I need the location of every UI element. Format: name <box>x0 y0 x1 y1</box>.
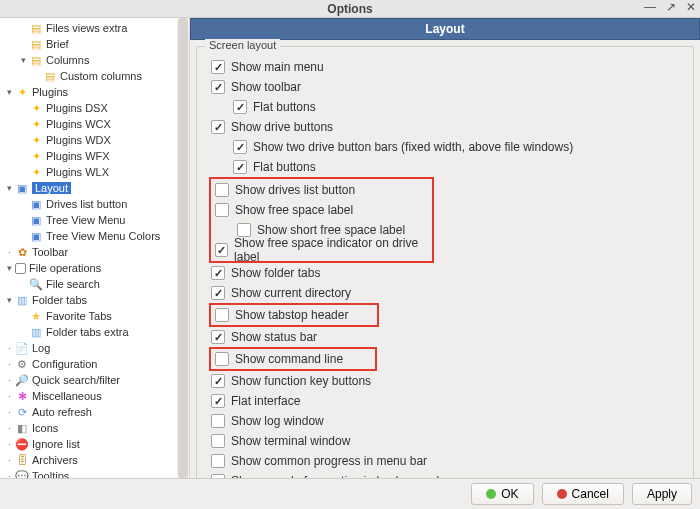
option-row: Show drives list button <box>213 180 430 200</box>
checkbox[interactable] <box>211 120 225 134</box>
tree-item-tree-view-menu[interactable]: ·▣Tree View Menu <box>0 212 189 228</box>
tree-item-plugins-wfx[interactable]: ·✦Plugins WFX <box>0 148 189 164</box>
option-label: Show status bar <box>231 330 317 344</box>
tree-bullet-icon[interactable]: · <box>4 391 15 401</box>
folder-icon: ▤ <box>43 69 57 83</box>
tree-bullet-icon[interactable]: · <box>4 423 15 433</box>
tree-bullet-icon[interactable]: · <box>4 455 15 465</box>
checkbox[interactable] <box>211 454 225 468</box>
checkbox[interactable] <box>215 352 229 366</box>
tree-item-layout[interactable]: ▾▣Layout <box>0 180 189 196</box>
tree-item-label: Log <box>32 342 50 354</box>
tree-item-label: Icons <box>32 422 58 434</box>
checkbox[interactable] <box>215 308 229 322</box>
ok-button[interactable]: OK <box>471 483 533 505</box>
tree-item-file-search[interactable]: ·🔍File search <box>0 276 189 292</box>
maximize-icon[interactable]: ↗ <box>666 0 676 14</box>
highlight-box: Show command line <box>209 347 377 371</box>
tree-item-miscellaneous[interactable]: ·✱Miscellaneous <box>0 388 189 404</box>
tree-item-files-views-extra[interactable]: ·▤Files views extra <box>0 20 189 36</box>
checkbox[interactable] <box>215 203 229 217</box>
folder-icon: ▤ <box>29 37 43 51</box>
tree-scrollbar[interactable] <box>177 18 189 478</box>
collapse-icon[interactable]: ▾ <box>4 263 15 273</box>
tree-item-plugins-dsx[interactable]: ·✦Plugins DSX <box>0 100 189 116</box>
checkbox[interactable] <box>211 80 225 94</box>
tree-item-favorite-tabs[interactable]: ·★Favorite Tabs <box>0 308 189 324</box>
tree-item-plugins[interactable]: ▾✦Plugins <box>0 84 189 100</box>
checkbox[interactable] <box>233 100 247 114</box>
option-label: Show drives list button <box>235 183 355 197</box>
tree-item-plugins-wdx[interactable]: ·✦Plugins WDX <box>0 132 189 148</box>
tree-item-tree-view-menu-colors[interactable]: ·▣Tree View Menu Colors <box>0 228 189 244</box>
tree-item-folder-tabs[interactable]: ▾▥Folder tabs <box>0 292 189 308</box>
option-row: Show two drive button bars (fixed width,… <box>203 137 687 157</box>
tooltip-icon: 💬 <box>15 469 29 478</box>
title-bar: Options — ↗ ✕ <box>0 0 700 18</box>
collapse-icon[interactable]: ▾ <box>18 55 29 65</box>
button-bar: OK Cancel Apply <box>0 478 700 509</box>
fileop-icon <box>15 263 26 274</box>
checkbox[interactable] <box>215 243 228 257</box>
tree-bullet-icon[interactable]: · <box>4 471 15 478</box>
checkbox[interactable] <box>211 374 225 388</box>
collapse-icon[interactable]: ▾ <box>4 87 15 97</box>
tree-item-brief[interactable]: ·▤Brief <box>0 36 189 52</box>
tree-item-configuration[interactable]: ·⚙Configuration <box>0 356 189 372</box>
collapse-icon[interactable]: ▾ <box>4 183 15 193</box>
cancel-button[interactable]: Cancel <box>542 483 624 505</box>
tree-item-plugins-wcx[interactable]: ·✦Plugins WCX <box>0 116 189 132</box>
tree-item-file-operations[interactable]: ▾File operations <box>0 260 189 276</box>
tree-item-label: Tooltips <box>32 470 69 478</box>
tree-item-icons[interactable]: ·◧Icons <box>0 420 189 436</box>
tree-item-ignore-list[interactable]: ·⛔Ignore list <box>0 436 189 452</box>
tree-bullet-icon[interactable]: · <box>4 375 15 385</box>
option-row: Flat interface <box>203 391 687 411</box>
checkbox[interactable] <box>211 434 225 448</box>
tree-item-auto-refresh[interactable]: ·⟳Auto refresh <box>0 404 189 420</box>
category-tree[interactable]: ·▤Files views extra·▤Brief▾▤Columns·▤Cus… <box>0 18 189 478</box>
tree-bullet-icon[interactable]: · <box>4 343 15 353</box>
minimize-icon[interactable]: — <box>644 0 656 14</box>
tree-bullet-icon[interactable]: · <box>4 407 15 417</box>
collapse-icon[interactable]: ▾ <box>4 295 15 305</box>
tree-item-plugins-wlx[interactable]: ·✦Plugins WLX <box>0 164 189 180</box>
option-row: Show terminal window <box>203 431 687 451</box>
close-icon[interactable]: ✕ <box>686 0 696 14</box>
tree-item-label: Plugins DSX <box>46 102 108 114</box>
checkbox[interactable] <box>215 183 229 197</box>
option-label: Show two drive button bars (fixed width,… <box>253 140 573 154</box>
tree-item-log[interactable]: ·📄Log <box>0 340 189 356</box>
tree-item-columns[interactable]: ▾▤Columns <box>0 52 189 68</box>
tree-item-drives-list-button[interactable]: ·▣Drives list button <box>0 196 189 212</box>
tree-bullet-icon[interactable]: · <box>4 439 15 449</box>
tree-item-folder-tabs-extra[interactable]: ·▥Folder tabs extra <box>0 324 189 340</box>
tree-item-label: Favorite Tabs <box>46 310 112 322</box>
apply-button[interactable]: Apply <box>632 483 692 505</box>
tree-item-toolbar[interactable]: ·✿Toolbar <box>0 244 189 260</box>
tree-item-tooltips[interactable]: ·💬Tooltips <box>0 468 189 478</box>
ok-icon <box>486 489 496 499</box>
tree-bullet-icon[interactable]: · <box>4 247 15 257</box>
tree-item-label: Layout <box>32 182 71 194</box>
window-title: Options <box>327 2 372 16</box>
option-label: Show folder tabs <box>231 266 320 280</box>
tree-item-label: Plugins WDX <box>46 134 111 146</box>
option-row: Show free space indicator on drive label <box>213 240 430 260</box>
refresh-icon: ⟳ <box>15 405 29 419</box>
checkbox[interactable] <box>211 266 225 280</box>
option-row: Show toolbar <box>203 77 687 97</box>
tree-item-custom-columns[interactable]: ·▤Custom columns <box>0 68 189 84</box>
checkbox[interactable] <box>211 330 225 344</box>
checkbox[interactable] <box>211 414 225 428</box>
tree-item-label: Folder tabs <box>32 294 87 306</box>
checkbox[interactable] <box>211 394 225 408</box>
checkbox[interactable] <box>233 160 247 174</box>
tree-item-archivers[interactable]: ·🗄Archivers <box>0 452 189 468</box>
tree-bullet-icon[interactable]: · <box>4 359 15 369</box>
checkbox[interactable] <box>211 60 225 74</box>
checkbox[interactable] <box>211 286 225 300</box>
tree-item-quick-search-filter[interactable]: ·🔎Quick search/filter <box>0 372 189 388</box>
checkbox[interactable] <box>233 140 247 154</box>
checkbox[interactable] <box>237 223 251 237</box>
